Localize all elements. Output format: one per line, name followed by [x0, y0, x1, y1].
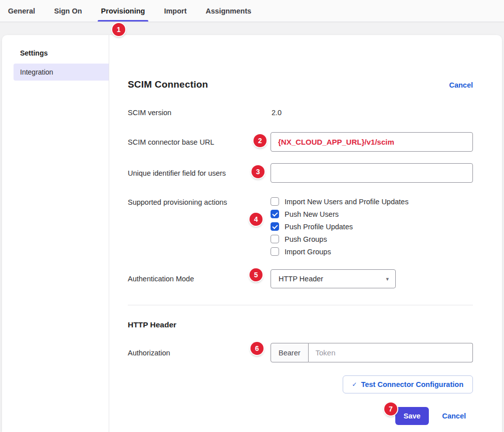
step-badge-1: 1 — [112, 23, 125, 36]
checkbox-import-new-users[interactable]: Import New Users and Profile Updates — [271, 197, 473, 206]
app-tab-bar: General Sign On Provisioning Import Assi… — [0, 0, 504, 22]
unique-identifier-input[interactable] — [271, 163, 473, 183]
base-url-label: SCIM connector base URL — [128, 138, 271, 146]
checkbox-label: Push New Users — [285, 210, 339, 218]
token-input[interactable] — [309, 343, 473, 362]
checkbox-box[interactable] — [271, 210, 279, 218]
page: General Sign On Provisioning Import Assi… — [0, 0, 504, 432]
checkbox-import-groups[interactable]: Import Groups — [271, 247, 473, 256]
http-header-section-title: HTTP Header — [128, 320, 473, 329]
sidebar: Settings Integration — [2, 35, 109, 432]
cancel-button[interactable]: Cancel — [442, 412, 466, 420]
tab-assignments[interactable]: Assignments — [206, 0, 251, 22]
scim-connection-panel: SCIM Connection Cancel SCIM version 2.0 … — [109, 35, 502, 432]
provisioning-actions-list: Import New Users and Profile Updates Pus… — [271, 197, 473, 256]
tab-sign-on[interactable]: Sign On — [54, 0, 82, 22]
chevron-down-icon: ▾ — [386, 276, 389, 282]
provisioning-card: Settings Integration SCIM Connection Can… — [2, 35, 502, 432]
checkbox-box[interactable] — [271, 222, 279, 231]
section-divider — [128, 305, 473, 305]
unique-identifier-label: Unique identifier field for users — [128, 169, 271, 177]
checkbox-label: Import New Users and Profile Updates — [285, 198, 408, 206]
checkbox-box[interactable] — [271, 247, 279, 256]
checkbox-box[interactable] — [271, 197, 279, 206]
checkbox-push-profile-updates[interactable]: Push Profile Updates — [271, 222, 473, 231]
page-title: SCIM Connection — [128, 79, 208, 90]
provisioning-actions-label: Supported provisioning actions — [128, 198, 271, 206]
tab-import[interactable]: Import — [164, 0, 186, 22]
auth-mode-value: HTTP Header — [279, 275, 323, 283]
save-button[interactable]: Save — [395, 407, 429, 425]
test-connector-label: Test Connector Configuration — [361, 380, 463, 388]
authorization-input-group: Bearer — [271, 343, 473, 362]
sidebar-header-settings: Settings — [2, 49, 109, 57]
authorization-label: Authorization — [128, 349, 271, 357]
scim-version-label: SCIM version — [128, 109, 271, 117]
checkbox-label: Push Groups — [285, 235, 327, 243]
check-icon: ✓ — [352, 381, 357, 388]
sidebar-item-integration[interactable]: Integration — [14, 64, 109, 81]
checkbox-push-new-users[interactable]: Push New Users — [271, 210, 473, 218]
step-badge-2: 2 — [254, 134, 267, 147]
base-url-input[interactable] — [271, 132, 473, 152]
cancel-link-top[interactable]: Cancel — [449, 81, 473, 89]
checkbox-label: Import Groups — [285, 248, 331, 256]
checkbox-box[interactable] — [271, 235, 279, 243]
checkbox-push-groups[interactable]: Push Groups — [271, 235, 473, 243]
step-badge-4: 4 — [249, 213, 263, 226]
checkbox-label: Push Profile Updates — [285, 223, 353, 231]
scim-version-value: 2.0 — [271, 109, 473, 117]
auth-mode-select[interactable]: HTTP Header ▾ — [271, 269, 396, 288]
step-badge-7: 7 — [384, 402, 397, 415]
step-badge-6: 6 — [250, 342, 264, 355]
test-connector-button[interactable]: ✓ Test Connector Configuration — [343, 375, 473, 393]
tab-provisioning[interactable]: Provisioning — [101, 0, 145, 22]
step-badge-5: 5 — [249, 268, 263, 281]
tab-general[interactable]: General — [8, 0, 35, 22]
bearer-prefix: Bearer — [271, 343, 309, 362]
step-badge-3: 3 — [251, 165, 265, 178]
